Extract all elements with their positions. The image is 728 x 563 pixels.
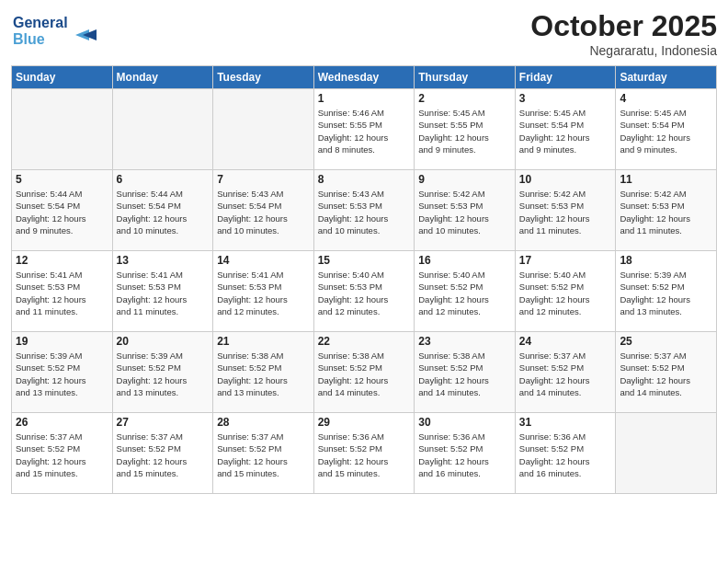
day-info: Sunrise: 5:40 AM Sunset: 5:53 PM Dayligh… <box>318 269 411 317</box>
week-row-3: 12Sunrise: 5:41 AM Sunset: 5:53 PM Dayli… <box>12 251 717 332</box>
day-number: 7 <box>217 173 310 186</box>
calendar-cell-1-0: 5Sunrise: 5:44 AM Sunset: 5:54 PM Daylig… <box>12 170 113 251</box>
day-number: 11 <box>620 173 712 186</box>
day-info: Sunrise: 5:37 AM Sunset: 5:52 PM Dayligh… <box>519 350 612 398</box>
svg-marker-3 <box>83 29 97 40</box>
day-number: 8 <box>318 173 411 186</box>
header-thursday: Thursday <box>415 66 516 89</box>
day-info: Sunrise: 5:44 AM Sunset: 5:54 PM Dayligh… <box>16 188 108 236</box>
calendar-cell-0-0 <box>12 89 113 170</box>
day-number: 9 <box>418 173 511 186</box>
day-number: 20 <box>117 335 210 348</box>
day-info: Sunrise: 5:41 AM Sunset: 5:53 PM Dayligh… <box>117 269 210 317</box>
day-info: Sunrise: 5:42 AM Sunset: 5:53 PM Dayligh… <box>418 188 511 236</box>
day-number: 22 <box>318 335 411 348</box>
day-info: Sunrise: 5:39 AM Sunset: 5:52 PM Dayligh… <box>16 350 108 398</box>
day-info: Sunrise: 5:46 AM Sunset: 5:55 PM Dayligh… <box>318 107 411 155</box>
day-info: Sunrise: 5:45 AM Sunset: 5:54 PM Dayligh… <box>519 107 612 155</box>
calendar-table: Sunday Monday Tuesday Wednesday Thursday… <box>11 65 717 494</box>
day-number: 16 <box>418 254 511 267</box>
day-info: Sunrise: 5:37 AM Sunset: 5:52 PM Dayligh… <box>217 431 310 479</box>
day-info: Sunrise: 5:38 AM Sunset: 5:52 PM Dayligh… <box>217 350 310 398</box>
day-info: Sunrise: 5:37 AM Sunset: 5:52 PM Dayligh… <box>16 431 108 479</box>
day-number: 15 <box>318 254 411 267</box>
day-info: Sunrise: 5:36 AM Sunset: 5:52 PM Dayligh… <box>418 431 511 479</box>
day-number: 26 <box>16 416 108 429</box>
day-info: Sunrise: 5:36 AM Sunset: 5:52 PM Dayligh… <box>519 431 612 479</box>
calendar-cell-1-5: 10Sunrise: 5:42 AM Sunset: 5:53 PM Dayli… <box>515 170 616 251</box>
calendar-cell-2-5: 17Sunrise: 5:40 AM Sunset: 5:52 PM Dayli… <box>515 251 616 332</box>
weekday-header-row: Sunday Monday Tuesday Wednesday Thursday… <box>12 66 717 89</box>
calendar-cell-3-4: 23Sunrise: 5:38 AM Sunset: 5:52 PM Dayli… <box>415 332 516 413</box>
day-info: Sunrise: 5:45 AM Sunset: 5:55 PM Dayligh… <box>418 107 511 155</box>
day-number: 23 <box>418 335 511 348</box>
calendar-cell-2-4: 16Sunrise: 5:40 AM Sunset: 5:52 PM Dayli… <box>415 251 516 332</box>
calendar-cell-0-5: 3Sunrise: 5:45 AM Sunset: 5:54 PM Daylig… <box>515 89 616 170</box>
day-number: 5 <box>16 173 108 186</box>
calendar-cell-3-0: 19Sunrise: 5:39 AM Sunset: 5:52 PM Dayli… <box>12 332 113 413</box>
day-number: 18 <box>620 254 712 267</box>
day-info: Sunrise: 5:40 AM Sunset: 5:52 PM Dayligh… <box>418 269 511 317</box>
header-friday: Friday <box>515 66 616 89</box>
page-container: General Blue October 2025 Negararatu, In… <box>0 0 728 563</box>
calendar-cell-3-6: 25Sunrise: 5:37 AM Sunset: 5:52 PM Dayli… <box>616 332 717 413</box>
logo: General Blue <box>11 9 112 54</box>
calendar-cell-1-1: 6Sunrise: 5:44 AM Sunset: 5:54 PM Daylig… <box>112 170 213 251</box>
day-info: Sunrise: 5:44 AM Sunset: 5:54 PM Dayligh… <box>117 188 210 236</box>
header-monday: Monday <box>112 66 213 89</box>
calendar-cell-1-6: 11Sunrise: 5:42 AM Sunset: 5:53 PM Dayli… <box>616 170 717 251</box>
calendar-cell-2-2: 14Sunrise: 5:41 AM Sunset: 5:53 PM Dayli… <box>213 251 314 332</box>
day-number: 6 <box>117 173 210 186</box>
day-info: Sunrise: 5:43 AM Sunset: 5:53 PM Dayligh… <box>318 188 411 236</box>
calendar-cell-3-1: 20Sunrise: 5:39 AM Sunset: 5:52 PM Dayli… <box>112 332 213 413</box>
week-row-1: 1Sunrise: 5:46 AM Sunset: 5:55 PM Daylig… <box>12 89 717 170</box>
day-info: Sunrise: 5:45 AM Sunset: 5:54 PM Dayligh… <box>620 107 712 155</box>
calendar-cell-3-2: 21Sunrise: 5:38 AM Sunset: 5:52 PM Dayli… <box>213 332 314 413</box>
location-subtitle: Negararatu, Indonesia <box>530 43 717 58</box>
week-row-5: 26Sunrise: 5:37 AM Sunset: 5:52 PM Dayli… <box>12 413 717 494</box>
svg-text:General: General <box>13 15 68 30</box>
day-number: 13 <box>117 254 210 267</box>
day-info: Sunrise: 5:39 AM Sunset: 5:52 PM Dayligh… <box>620 269 712 317</box>
day-number: 17 <box>519 254 612 267</box>
month-year-title: October 2025 <box>530 9 717 43</box>
day-number: 19 <box>16 335 108 348</box>
week-row-4: 19Sunrise: 5:39 AM Sunset: 5:52 PM Dayli… <box>12 332 717 413</box>
day-number: 14 <box>217 254 310 267</box>
day-info: Sunrise: 5:37 AM Sunset: 5:52 PM Dayligh… <box>117 431 210 479</box>
calendar-cell-2-1: 13Sunrise: 5:41 AM Sunset: 5:53 PM Dayli… <box>112 251 213 332</box>
day-info: Sunrise: 5:41 AM Sunset: 5:53 PM Dayligh… <box>16 269 108 317</box>
calendar-cell-0-4: 2Sunrise: 5:45 AM Sunset: 5:55 PM Daylig… <box>415 89 516 170</box>
calendar-cell-2-0: 12Sunrise: 5:41 AM Sunset: 5:53 PM Dayli… <box>12 251 113 332</box>
day-info: Sunrise: 5:36 AM Sunset: 5:52 PM Dayligh… <box>318 431 411 479</box>
calendar-cell-4-5: 31Sunrise: 5:36 AM Sunset: 5:52 PM Dayli… <box>515 413 616 494</box>
header-sunday: Sunday <box>12 66 113 89</box>
day-number: 24 <box>519 335 612 348</box>
svg-text:Blue: Blue <box>13 31 45 47</box>
header-wednesday: Wednesday <box>313 66 415 89</box>
calendar-cell-4-0: 26Sunrise: 5:37 AM Sunset: 5:52 PM Dayli… <box>12 413 113 494</box>
header-tuesday: Tuesday <box>213 66 314 89</box>
calendar-cell-0-2 <box>213 89 314 170</box>
day-number: 31 <box>519 416 612 429</box>
day-info: Sunrise: 5:42 AM Sunset: 5:53 PM Dayligh… <box>620 188 712 236</box>
calendar-cell-3-5: 24Sunrise: 5:37 AM Sunset: 5:52 PM Dayli… <box>515 332 616 413</box>
day-info: Sunrise: 5:41 AM Sunset: 5:53 PM Dayligh… <box>217 269 310 317</box>
calendar-cell-1-2: 7Sunrise: 5:43 AM Sunset: 5:54 PM Daylig… <box>213 170 314 251</box>
day-info: Sunrise: 5:38 AM Sunset: 5:52 PM Dayligh… <box>418 350 511 398</box>
day-number: 10 <box>519 173 612 186</box>
calendar-cell-4-6 <box>616 413 717 494</box>
calendar-cell-1-3: 8Sunrise: 5:43 AM Sunset: 5:53 PM Daylig… <box>313 170 415 251</box>
calendar-cell-2-6: 18Sunrise: 5:39 AM Sunset: 5:52 PM Dayli… <box>616 251 717 332</box>
calendar-cell-2-3: 15Sunrise: 5:40 AM Sunset: 5:53 PM Dayli… <box>313 251 415 332</box>
day-info: Sunrise: 5:39 AM Sunset: 5:52 PM Dayligh… <box>117 350 210 398</box>
day-info: Sunrise: 5:43 AM Sunset: 5:54 PM Dayligh… <box>217 188 310 236</box>
day-number: 29 <box>318 416 411 429</box>
day-info: Sunrise: 5:42 AM Sunset: 5:53 PM Dayligh… <box>519 188 612 236</box>
day-info: Sunrise: 5:40 AM Sunset: 5:52 PM Dayligh… <box>519 269 612 317</box>
day-info: Sunrise: 5:38 AM Sunset: 5:52 PM Dayligh… <box>318 350 411 398</box>
calendar-cell-4-2: 28Sunrise: 5:37 AM Sunset: 5:52 PM Dayli… <box>213 413 314 494</box>
title-block: October 2025 Negararatu, Indonesia <box>530 9 717 58</box>
calendar-cell-0-6: 4Sunrise: 5:45 AM Sunset: 5:54 PM Daylig… <box>616 89 717 170</box>
week-row-2: 5Sunrise: 5:44 AM Sunset: 5:54 PM Daylig… <box>12 170 717 251</box>
